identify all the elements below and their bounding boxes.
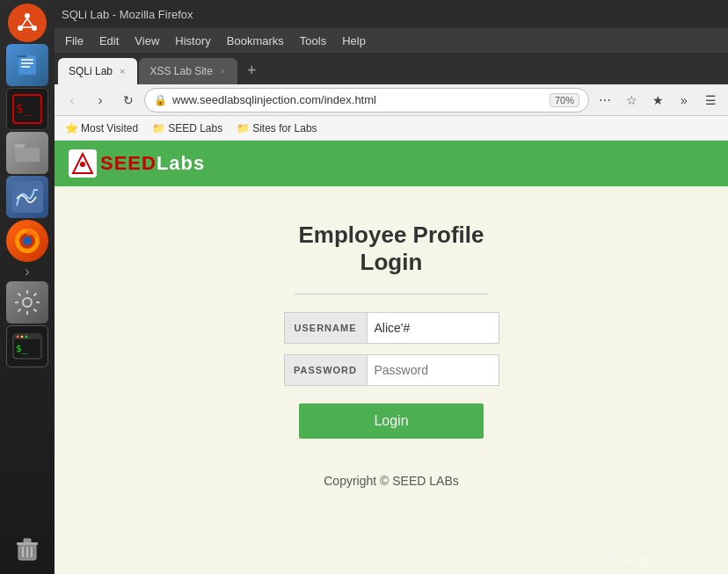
url-text: www.seedlabsqlinjection.com/index.html	[172, 93, 544, 106]
svg-point-20	[25, 336, 28, 338]
seed-labs-folder-icon: 📁	[152, 122, 165, 134]
back-button[interactable]: ‹	[60, 88, 84, 113]
taskbar-left: $_ ›	[0, 0, 55, 574]
ubuntu-icon[interactable]	[8, 4, 47, 42]
copyright-text: Copyright © SEED LABs	[324, 474, 459, 488]
seed-logo: SEEDLabs	[69, 149, 205, 178]
tab-xsslab-label: XSS Lab Site	[149, 65, 212, 77]
menu-bar: File Edit View History Bookmarks Tools H…	[55, 28, 728, 53]
svg-rect-6	[21, 62, 33, 64]
taskbar-arrow[interactable]: ›	[23, 264, 32, 280]
bookmark-sites-for-labs-label: Sites for Labs	[252, 122, 317, 134]
url-bar[interactable]: 🔒 www.seedlabsqlinjection.com/index.html…	[144, 88, 589, 113]
menu-history[interactable]: History	[168, 33, 217, 49]
bookmark-most-visited[interactable]: ⭐ Most Visited	[60, 120, 143, 136]
forward-button[interactable]: ›	[88, 88, 113, 113]
menu-file[interactable]: File	[58, 33, 91, 49]
menu-edit[interactable]: Edit	[92, 33, 126, 49]
seed-logo-icon	[69, 149, 97, 178]
tab-sqlilab[interactable]: SQLi Lab ×	[58, 58, 137, 84]
svg-point-1	[25, 13, 30, 18]
svg-point-29	[80, 162, 85, 167]
svg-point-15	[23, 298, 32, 307]
overflow-button[interactable]: ⋯	[593, 88, 617, 113]
sites-for-labs-folder-icon: 📁	[237, 122, 250, 134]
bookmark-seed-labs[interactable]: 📁 SEED Labs	[147, 120, 228, 136]
title-bar: SQLi Lab - Mozilla Firefox	[55, 0, 728, 28]
menu-view[interactable]: View	[127, 33, 166, 49]
folder-icon[interactable]	[6, 132, 48, 174]
login-divider	[295, 294, 488, 294]
page-content: SEEDLabs Employee Profile Login USERNAME…	[55, 141, 728, 574]
zoom-badge: 70%	[550, 93, 579, 107]
svg-rect-24	[24, 539, 31, 542]
svg-rect-4	[18, 55, 36, 75]
window-title: SQLi Lab - Mozilla Firefox	[62, 8, 193, 21]
menu-button[interactable]: ☰	[698, 88, 723, 113]
tab-xsslab[interactable]: XSS Lab Site ×	[139, 58, 237, 84]
tab-xsslab-close[interactable]: ×	[218, 64, 227, 78]
username-input[interactable]	[368, 312, 499, 344]
login-title: Employee Profile Login	[299, 222, 484, 276]
lock-icon: 🔒	[154, 94, 167, 106]
login-area: Employee Profile Login USERNAME PASSWORD…	[55, 186, 728, 574]
svg-point-19	[21, 336, 24, 338]
trash-icon[interactable]	[6, 528, 48, 570]
tab-bar: SQLi Lab × XSS Lab Site × +	[55, 53, 728, 84]
nav-actions: ⋯ ☆ ★ » ☰	[593, 88, 723, 113]
svg-point-14	[23, 236, 32, 245]
tab-sqlilab-label: SQLi Lab	[69, 65, 113, 77]
menu-tools[interactable]: Tools	[293, 33, 333, 49]
browser-window: SQLi Lab - Mozilla Firefox File Edit Vie…	[55, 0, 728, 574]
password-input[interactable]	[368, 354, 499, 386]
svg-text:$_: $_	[16, 343, 28, 354]
username-label: USERNAME	[284, 312, 368, 344]
bookmark-most-visited-label: Most Visited	[81, 122, 138, 134]
bookmarks-bar: ⭐ Most Visited 📁 SEED Labs 📁 Sites for L…	[55, 116, 728, 141]
seed-logo-text: SEEDLabs	[100, 152, 205, 175]
settings-icon[interactable]	[6, 281, 48, 323]
tab-new-button[interactable]: +	[239, 58, 264, 83]
terminal-icon[interactable]: $_	[6, 325, 48, 367]
tab-sqlilab-close[interactable]: ×	[118, 64, 127, 78]
password-row: PASSWORD	[284, 354, 499, 386]
password-label: PASSWORD	[284, 354, 368, 386]
seed-header: SEEDLabs	[55, 141, 728, 186]
more-button[interactable]: »	[672, 88, 696, 113]
svg-rect-10	[15, 148, 40, 162]
login-button[interactable]: Login	[299, 403, 484, 439]
bookmark-sites-for-labs[interactable]: 📁 Sites for Labs	[231, 120, 322, 136]
menu-help[interactable]: Help	[335, 33, 373, 49]
firefox-icon[interactable]	[6, 220, 48, 262]
reload-button[interactable]: ↻	[116, 88, 141, 113]
files-icon[interactable]	[6, 44, 48, 86]
wireshark-icon[interactable]	[6, 176, 48, 218]
svg-rect-5	[21, 59, 33, 61]
menu-bookmarks[interactable]: Bookmarks	[220, 33, 291, 49]
svg-text:$_: $_	[16, 101, 31, 116]
most-visited-icon: ⭐	[65, 122, 78, 134]
bookmark-seed-labs-label: SEED Labs	[168, 122, 222, 134]
svg-rect-7	[21, 66, 30, 68]
nav-bar: ‹ › ↻ 🔒 www.seedlabsqlinjection.com/inde…	[55, 84, 728, 116]
terminal-red-icon[interactable]: $_	[6, 88, 48, 130]
svg-point-18	[17, 336, 19, 338]
username-row: USERNAME	[284, 312, 499, 344]
bookmark-button[interactable]: ☆	[619, 88, 644, 113]
starred-button[interactable]: ★	[645, 88, 670, 113]
